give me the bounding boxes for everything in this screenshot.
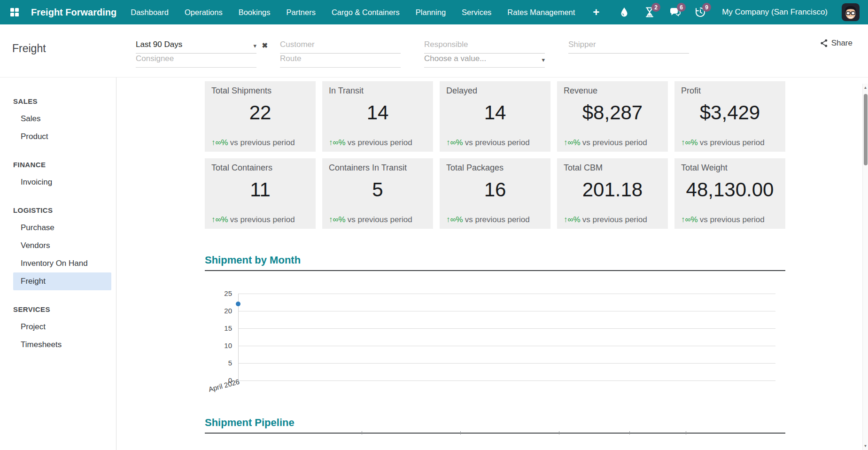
nav-item-dashboard[interactable]: Dashboard xyxy=(131,8,169,17)
gridline xyxy=(238,380,775,381)
nav-item-operations[interactable]: Operations xyxy=(185,8,223,17)
date-range-input[interactable] xyxy=(136,40,250,49)
chevron-down-icon: ▾ xyxy=(542,56,545,63)
nav-item-partners[interactable]: Partners xyxy=(287,8,316,17)
kpi-card-total-containers: Total Containers 11 ↑∞%vs previous perio… xyxy=(205,158,316,229)
trend-suffix: vs previous period xyxy=(700,215,765,224)
customer-filter[interactable] xyxy=(280,31,401,54)
kpi-card-total-packages: Total Packages 16 ↑∞%vs previous period xyxy=(440,158,550,229)
kpi-label: Total CBM xyxy=(564,163,661,173)
section-title: Shipment by Month xyxy=(205,254,785,266)
sidebar-section-sales: SALES xyxy=(0,97,116,105)
kpi-grid: Total Shipments 22 ↑∞%vs previous period… xyxy=(205,81,785,229)
y-tick: 25 xyxy=(205,289,232,297)
clear-filter-icon[interactable]: ✖ xyxy=(262,41,268,50)
value-select-filter[interactable]: Choose a value... ▾ xyxy=(424,54,545,68)
share-icon xyxy=(820,39,828,47)
app-title[interactable]: Freight Forwarding xyxy=(31,7,116,18)
sidebar-item-timesheets[interactable]: Timesheets xyxy=(13,336,111,354)
sidebar-item-purchase[interactable]: Purchase xyxy=(13,219,111,237)
kpi-value: 201.18 xyxy=(564,178,661,201)
user-avatar[interactable] xyxy=(842,3,860,21)
trend-percent: ∞% xyxy=(568,215,581,224)
scroll-down-icon[interactable]: ▼ xyxy=(863,444,868,448)
clock-icon[interactable]: 9 xyxy=(695,7,706,18)
trend-percent: ∞% xyxy=(685,215,698,224)
kpi-label: Total Shipments xyxy=(211,86,309,96)
main-menu: Dashboard Operations Bookings Partners C… xyxy=(131,8,599,17)
kpi-value: 11 xyxy=(211,178,309,201)
sidebar-item-freight[interactable]: Freight xyxy=(13,272,111,290)
kpi-value: 16 xyxy=(446,178,544,201)
kpi-card-containers-in-transit: Containers In Transit 5 ↑∞%vs previous p… xyxy=(322,158,433,229)
gridline xyxy=(238,363,775,364)
trend-suffix: vs previous period xyxy=(348,215,412,224)
sidebar-item-inventory-on-hand[interactable]: Inventory On Hand xyxy=(13,255,111,272)
data-point-april-2026 xyxy=(236,302,240,306)
kpi-label: Total Containers xyxy=(211,163,309,173)
share-button[interactable]: Share xyxy=(820,39,852,48)
kpi-label: Total Packages xyxy=(446,163,544,173)
shipper-input[interactable] xyxy=(568,40,689,49)
kpi-value: 22 xyxy=(211,101,309,124)
trend-percent: ∞% xyxy=(450,138,463,147)
nav-item-bookings[interactable]: Bookings xyxy=(239,8,271,17)
gridline xyxy=(238,346,775,346)
consignee-input[interactable] xyxy=(136,54,256,63)
trend-up-icon: ↑ xyxy=(446,215,450,224)
trend-up-icon: ↑ xyxy=(329,215,333,224)
kpi-value: 48,130.00 xyxy=(681,178,779,201)
trend-percent: ∞% xyxy=(568,138,581,147)
kpi-label: Containers In Transit xyxy=(329,163,426,173)
axis-tick xyxy=(559,431,559,434)
vertical-scrollbar[interactable]: ▲ ▼ xyxy=(862,84,868,450)
customer-input[interactable] xyxy=(280,40,401,49)
apps-grid-icon[interactable] xyxy=(8,6,21,18)
axis-tick xyxy=(460,431,461,434)
trend-suffix: vs previous period xyxy=(582,138,647,147)
nav-item-planning[interactable]: Planning xyxy=(416,8,446,17)
sidebar-item-invoicing[interactable]: Invoicing xyxy=(13,173,111,191)
trend-up-icon: ↑ xyxy=(329,138,333,147)
company-switcher[interactable]: My Company (San Francisco) xyxy=(722,8,828,17)
trend-up-icon: ↑ xyxy=(564,215,568,224)
kpi-card-revenue: Revenue $8,287 ↑∞%vs previous period xyxy=(557,81,668,152)
sidebar-item-vendors[interactable]: Vendors xyxy=(13,237,111,255)
sidebar-item-project[interactable]: Project xyxy=(13,318,111,336)
kpi-label: Revenue xyxy=(564,86,661,96)
sidebar-item-sales[interactable]: Sales xyxy=(13,110,111,128)
top-navbar: Freight Forwarding Dashboard Operations … xyxy=(0,0,868,24)
share-label: Share xyxy=(831,39,852,48)
messages-badge: 6 xyxy=(677,3,686,12)
trend-up-icon: ↑ xyxy=(681,215,685,224)
nav-item-rates-management[interactable]: Rates Management xyxy=(507,8,575,17)
hourglass-icon[interactable]: 2 xyxy=(644,7,655,18)
plus-icon[interactable]: + xyxy=(593,8,599,17)
kpi-label: In Transit xyxy=(329,86,426,96)
trend-up-icon: ↑ xyxy=(211,215,216,224)
sidebar-item-product[interactable]: Product xyxy=(13,128,111,146)
section-shipment-pipeline: Shipment Pipeline xyxy=(205,417,785,434)
route-input[interactable] xyxy=(280,54,401,63)
scrollbar-thumb[interactable] xyxy=(864,94,868,165)
trend-percent: ∞% xyxy=(450,215,463,224)
kpi-label: Profit xyxy=(681,86,779,96)
consignee-filter[interactable] xyxy=(136,54,256,68)
nav-item-services[interactable]: Services xyxy=(462,8,491,17)
y-tick: 15 xyxy=(205,324,232,332)
date-range-filter[interactable]: ▾ ✖ xyxy=(136,31,256,54)
messages-icon[interactable]: 6 xyxy=(669,7,681,18)
nav-item-cargo-containers[interactable]: Cargo & Containers xyxy=(332,8,400,17)
shipper-filter[interactable] xyxy=(568,31,689,54)
droplet-icon[interactable] xyxy=(619,7,630,18)
responsible-filter[interactable] xyxy=(424,31,545,54)
scroll-up-icon[interactable]: ▲ xyxy=(863,85,868,90)
chevron-down-icon[interactable]: ▾ xyxy=(253,42,256,49)
route-filter[interactable] xyxy=(280,54,401,68)
kpi-value: 14 xyxy=(446,101,544,124)
page-title: Freight xyxy=(12,42,46,55)
responsible-input[interactable] xyxy=(424,40,545,49)
axis-tick xyxy=(686,431,686,434)
kpi-card-in-transit: In Transit 14 ↑∞%vs previous period xyxy=(322,81,433,152)
trend-up-icon: ↑ xyxy=(446,138,450,147)
